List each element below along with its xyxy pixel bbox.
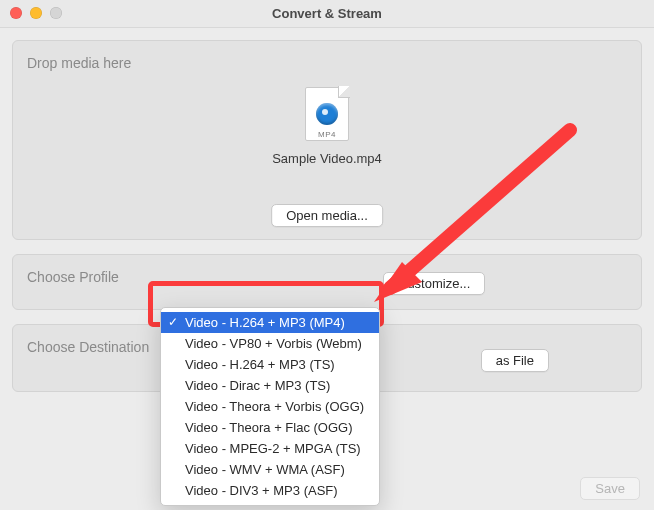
file-name: Sample Video.mp4 <box>197 151 457 166</box>
close-window-icon[interactable] <box>10 7 22 19</box>
profile-option[interactable]: Video - VP80 + Vorbis (Webm) <box>161 333 379 354</box>
profile-option[interactable]: Video - DIV3 + MP3 (ASF) <box>161 480 379 501</box>
profile-option-label: Video - H.264 + MP3 (TS) <box>185 357 335 372</box>
profile-option[interactable]: Video - WMV + WMA (ASF) <box>161 459 379 480</box>
zoom-window-icon <box>50 7 62 19</box>
profile-option-label: Video - WMV + WMA (ASF) <box>185 462 345 477</box>
profile-option-label: Video - Theora + Flac (OGG) <box>185 420 353 435</box>
profile-option-label: Video - Theora + Vorbis (OGG) <box>185 399 364 414</box>
profile-option-label: Video - VP80 + Vorbis (Webm) <box>185 336 362 351</box>
customize-button[interactable]: Customize... <box>383 272 485 295</box>
profile-option[interactable]: ✓ Video - H.264 + MP3 (MP4) <box>161 312 379 333</box>
titlebar: Convert & Stream <box>0 0 654 28</box>
quicktime-icon <box>316 103 338 125</box>
profile-option-label: Video - DIV3 + MP3 (ASF) <box>185 483 338 498</box>
profile-option[interactable]: Video - H.264 + MP3 (TS) <box>161 354 379 375</box>
check-icon: ✓ <box>168 315 178 329</box>
profile-select[interactable] <box>153 271 373 295</box>
save-button: Save <box>580 477 640 500</box>
drop-media-panel[interactable]: Drop media here MP4 Sample Video.mp4 Ope… <box>12 40 642 240</box>
profile-option[interactable]: Video - Theora + Flac (OGG) <box>161 417 379 438</box>
save-as-file-button[interactable]: as File <box>481 349 549 372</box>
choose-profile-panel: Choose Profile Customize... <box>12 254 642 310</box>
profile-option[interactable]: Video - Dirac + MP3 (TS) <box>161 375 379 396</box>
window-title: Convert & Stream <box>272 6 382 21</box>
profile-option[interactable]: Video - Theora + Vorbis (OGG) <box>161 396 379 417</box>
file-icon: MP4 <box>305 87 349 141</box>
window-controls <box>10 7 62 19</box>
profile-option-label: Video - MPEG-2 + MPGA (TS) <box>185 441 361 456</box>
profile-option-label: Video - H.264 + MP3 (MP4) <box>185 315 345 330</box>
profile-dropdown[interactable]: ✓ Video - H.264 + MP3 (MP4) Video - VP80… <box>160 307 380 506</box>
minimize-window-icon[interactable] <box>30 7 42 19</box>
profile-option-label: Video - Dirac + MP3 (TS) <box>185 378 330 393</box>
file-ext-label: MP4 <box>305 130 349 139</box>
profile-option[interactable]: Video - MPEG-2 + MPGA (TS) <box>161 438 379 459</box>
dropped-file: MP4 Sample Video.mp4 <box>197 87 457 166</box>
drop-media-label: Drop media here <box>27 55 627 71</box>
open-media-button[interactable]: Open media... <box>271 204 383 227</box>
